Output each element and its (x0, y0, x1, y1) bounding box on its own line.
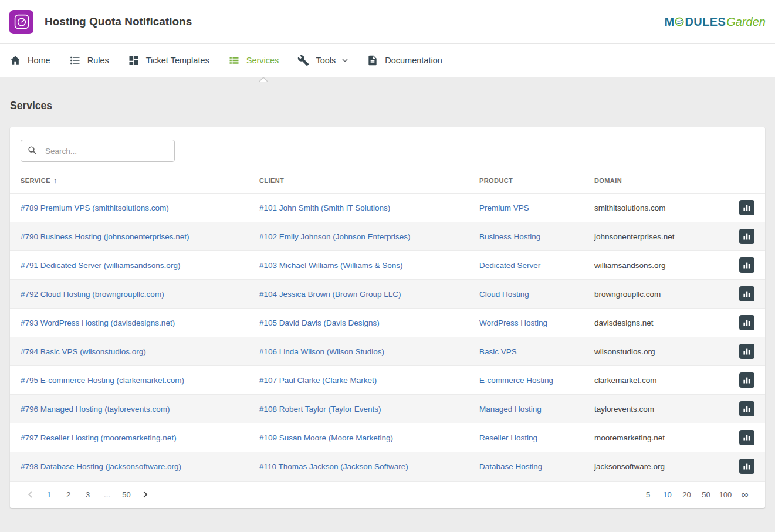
table-row: #796 Managed Hosting (taylorevents.com) … (10, 395, 765, 423)
service-link[interactable]: #795 E-commerce Hosting (clarkemarket.co… (21, 376, 184, 385)
nav-item-label: Tools (316, 56, 336, 65)
service-link[interactable]: #791 Dedicated Server (williamsandsons.o… (21, 261, 180, 270)
product-link[interactable]: WordPress Hosting (479, 318, 547, 327)
nav-item-documentation[interactable]: Documentation (357, 44, 452, 77)
usage-chart-button[interactable] (739, 401, 754, 416)
client-link[interactable]: #104 Jessica Brown (Brown Group LLC) (259, 290, 401, 299)
pagination-bar: 123...50 5102050100∞ (10, 481, 765, 508)
bar-chart-icon (743, 232, 751, 240)
product-link[interactable]: Premium VPS (479, 204, 529, 212)
usage-chart-button[interactable] (739, 459, 754, 474)
usage-chart-button[interactable] (739, 430, 754, 445)
domain-text: johnsonenterprises.net (594, 232, 675, 241)
bar-chart-icon (743, 347, 751, 355)
page-size-50[interactable]: 50 (696, 490, 716, 499)
domain-text: wilsonstudios.org (594, 347, 655, 356)
pagination-pages: 123...50 (21, 490, 155, 499)
search-box (21, 140, 175, 162)
table-row: #789 Premium VPS (smithitsolutions.com) … (10, 194, 765, 222)
product-link[interactable]: Basic VPS (479, 347, 517, 356)
modulesgarden-logo[interactable]: M DULES Garden (664, 16, 766, 28)
client-link[interactable]: #106 Linda Wilson (Wilson Studios) (259, 347, 384, 356)
client-link[interactable]: #101 John Smith (Smith IT Solutions) (259, 204, 390, 212)
search-input[interactable] (21, 140, 175, 162)
product-link[interactable]: Managed Hosting (479, 405, 542, 414)
service-link[interactable]: #792 Cloud Hosting (browngroupllc.com) (21, 290, 164, 299)
bar-chart-icon (743, 204, 751, 212)
services-table: SERVICE↑ CLIENT PRODUCT DOMAIN #789 Prem… (10, 170, 765, 481)
pagination-page-50[interactable]: 50 (117, 490, 136, 499)
search-icon (27, 145, 38, 158)
pagination-page-2[interactable]: 2 (59, 490, 78, 499)
service-link[interactable]: #797 Reseller Hosting (mooremarketing.ne… (21, 433, 177, 442)
bar-chart-icon (743, 462, 751, 470)
product-link[interactable]: Dedicated Server (479, 261, 540, 270)
pagination-page-3[interactable]: 3 (78, 490, 97, 499)
column-header-client[interactable]: CLIENT (259, 170, 479, 194)
pagination-next-button[interactable] (136, 491, 155, 498)
top-bar-left: Hosting Quota Notifications (9, 10, 192, 34)
nav-item-home[interactable]: Home (0, 44, 60, 77)
services-list-icon (228, 55, 240, 66)
services-table-body: #789 Premium VPS (smithitsolutions.com) … (10, 194, 765, 481)
client-link[interactable]: #105 David Davis (Davis Designs) (259, 318, 380, 327)
page-size-100[interactable]: 100 (716, 490, 735, 499)
bar-chart-icon (743, 376, 751, 384)
nav-item-label: Ticket Templates (146, 56, 209, 65)
client-link[interactable]: #102 Emily Johnson (Johnson Enterprises) (259, 232, 410, 241)
table-row: #797 Reseller Hosting (mooremarketing.ne… (10, 423, 765, 452)
usage-chart-button[interactable] (739, 344, 754, 359)
usage-chart-button[interactable] (739, 315, 754, 330)
usage-chart-button[interactable] (739, 200, 754, 215)
product-link[interactable]: Database Hosting (479, 462, 542, 471)
nav-item-tools[interactable]: Tools (288, 44, 357, 77)
product-link[interactable]: Cloud Hosting (479, 290, 529, 299)
documentation-icon (367, 55, 378, 66)
client-link[interactable]: #110 Thomas Jackson (Jackson Software) (259, 462, 408, 471)
service-link[interactable]: #790 Business Hosting (johnsonenterprise… (21, 232, 189, 241)
page-size-20[interactable]: 20 (677, 490, 696, 499)
product-link[interactable]: E-commerce Hosting (479, 376, 553, 385)
bar-chart-icon (743, 405, 751, 413)
product-link[interactable]: Business Hosting (479, 232, 540, 241)
service-link[interactable]: #789 Premium VPS (smithitsolutions.com) (21, 204, 169, 212)
page-size-infinity[interactable]: ∞ (735, 491, 754, 499)
table-row: #794 Basic VPS (wilsonstudios.org) #106 … (10, 337, 765, 366)
client-link[interactable]: #109 Susan Moore (Moore Marketing) (259, 433, 393, 442)
client-link[interactable]: #108 Robert Taylor (Taylor Events) (259, 405, 381, 414)
bar-chart-icon (743, 290, 751, 298)
service-link[interactable]: #793 WordPress Hosting (davisdesigns.net… (21, 318, 175, 327)
sort-asc-icon: ↑ (53, 177, 57, 185)
client-link[interactable]: #107 Paul Clarke (Clarke Market) (259, 376, 377, 385)
usage-chart-button[interactable] (739, 286, 754, 301)
column-header-domain[interactable]: DOMAIN (594, 170, 729, 194)
service-link[interactable]: #796 Managed Hosting (taylorevents.com) (21, 405, 170, 414)
active-tab-caret-inner (259, 78, 268, 82)
domain-text: williamsandsons.org (594, 261, 666, 270)
card-toolbar (10, 127, 765, 170)
product-link[interactable]: Reseller Hosting (479, 433, 537, 442)
usage-chart-button[interactable] (739, 257, 754, 273)
usage-chart-button[interactable] (739, 372, 754, 388)
column-header-product[interactable]: PRODUCT (479, 170, 594, 194)
column-header-actions (729, 170, 765, 194)
client-link[interactable]: #103 Michael Williams (Williams & Sons) (259, 261, 403, 270)
table-row: #793 WordPress Hosting (davisdesigns.net… (10, 309, 765, 337)
service-link[interactable]: #798 Database Hosting (jacksonsoftware.o… (21, 462, 181, 471)
page-size-5[interactable]: 5 (638, 490, 658, 499)
nav-item-services[interactable]: Services (219, 44, 289, 77)
pagination-page-1[interactable]: 1 (39, 490, 59, 499)
table-row: #790 Business Hosting (johnsonenterprise… (10, 222, 765, 251)
domain-text: browngroupllc.com (594, 290, 661, 299)
usage-chart-button[interactable] (739, 229, 754, 244)
column-header-service[interactable]: SERVICE↑ (10, 170, 259, 194)
page-size-10[interactable]: 10 (658, 490, 677, 499)
chevron-right-icon (143, 491, 148, 498)
nav-item-rules[interactable]: Rules (60, 44, 119, 77)
service-link[interactable]: #794 Basic VPS (wilsonstudios.org) (21, 347, 146, 356)
domain-text: mooremarketing.net (594, 433, 665, 442)
pagination-sizes: 5102050100∞ (638, 490, 754, 499)
table-row: #795 E-commerce Hosting (clarkemarket.co… (10, 366, 765, 395)
nav-item-ticket-templates[interactable]: Ticket Templates (119, 44, 219, 77)
rules-list-icon (69, 55, 81, 66)
